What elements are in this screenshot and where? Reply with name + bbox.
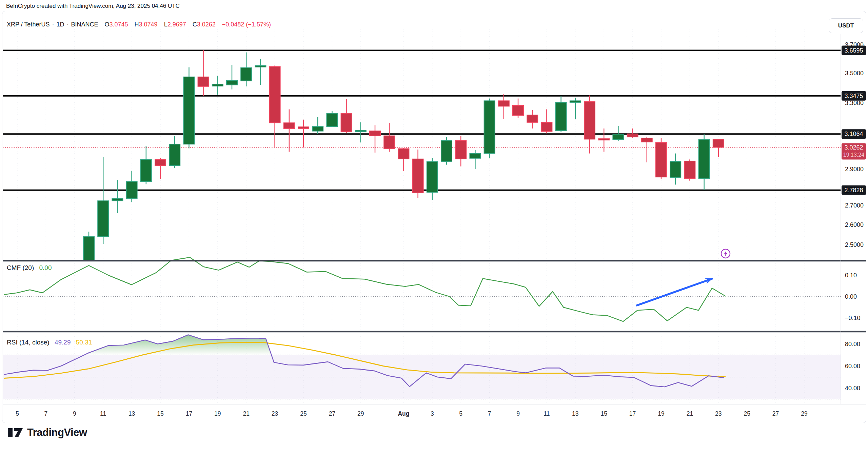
svg-text:3: 3 [431, 410, 434, 417]
candle-jul-18 [198, 77, 209, 86]
candle-aug-5 [455, 140, 466, 159]
candle-aug-2 [413, 159, 423, 193]
candle-jul-23 [270, 66, 280, 123]
candle-aug-15 [598, 139, 609, 140]
price-badge-3.1064: 3.1064 [842, 129, 866, 139]
svg-text:Aug: Aug [398, 410, 409, 417]
high-key: H [135, 21, 139, 28]
cmf-label[interactable]: CMF (20) [7, 264, 34, 271]
candle-jul-13 [126, 181, 137, 198]
candle-aug-7 [484, 101, 495, 153]
chart-canvas[interactable]: 3.70003.50003.30002.90002.70002.60002.50… [0, 0, 868, 455]
candle-jul-30 [370, 131, 380, 136]
svg-text:23: 23 [715, 410, 722, 417]
candle-aug-3 [427, 162, 438, 192]
candle-jul-10 [83, 237, 94, 260]
time-axis[interactable]: 57911131517192123252729Aug35791113151719… [16, 410, 808, 417]
candle-aug-21 [684, 161, 695, 178]
separator: · [66, 21, 68, 28]
close-value: 3.0262 [197, 21, 216, 28]
svg-text:11: 11 [544, 410, 550, 417]
candle-aug-12 [556, 102, 567, 131]
change-value: −0.0482 (−1.57%) [222, 21, 271, 28]
currency-toggle[interactable]: USDT [829, 18, 863, 33]
lightning-icon[interactable] [721, 249, 730, 258]
cmf-value: 0.00 [39, 264, 52, 271]
candle-aug-17 [627, 134, 638, 137]
cmf-legend: CMF (20) 0.00 [7, 264, 52, 272]
candle-aug-22 [699, 140, 710, 179]
svg-text:19:13:24: 19:13:24 [843, 152, 864, 158]
price-badge-3.6595: 3.6595 [842, 46, 866, 55]
candle-aug-1 [398, 149, 409, 159]
candle-jul-27 [327, 113, 337, 126]
svg-text:0.00: 0.00 [845, 293, 857, 300]
price-badge-3.3475: 3.3475 [842, 91, 866, 101]
svg-text:15: 15 [157, 410, 163, 417]
candle-jul-12 [112, 199, 123, 201]
svg-text:15: 15 [600, 410, 607, 417]
close-key: C [193, 21, 197, 28]
tradingview-logo[interactable]: TradingView [7, 427, 87, 439]
svg-text:3.1064: 3.1064 [844, 131, 863, 137]
symbol-legend: XRP / TetherUS·1D·BINANCE O3.0745 H3.074… [7, 21, 271, 28]
candle-jul-26 [312, 126, 323, 131]
candle-jul-15 [155, 159, 166, 165]
attribution-header: BeInCrypto created with TradingView.com,… [6, 3, 180, 9]
candle-jul-22 [255, 65, 266, 67]
svg-text:17: 17 [186, 410, 192, 417]
candle-jul-14 [141, 159, 152, 181]
candle-aug-4 [441, 140, 452, 162]
rsi-pane [3, 335, 841, 399]
svg-text:3.6595: 3.6595 [844, 47, 863, 54]
candle-jul-20 [226, 80, 237, 85]
cmf-line [4, 257, 726, 321]
candle-jul-11 [98, 201, 108, 237]
svg-text:2.7000: 2.7000 [845, 202, 864, 209]
svg-text:25: 25 [300, 410, 307, 417]
tradingview-wordmark: TradingView [27, 427, 87, 439]
candle-aug-23 [713, 139, 724, 147]
svg-text:80.00: 80.00 [845, 341, 860, 348]
svg-text:27: 27 [772, 410, 779, 417]
candle-jul-19 [212, 84, 223, 86]
low-value: 2.9697 [167, 21, 186, 28]
svg-text:9: 9 [516, 410, 520, 417]
open-key: O [104, 21, 109, 28]
tradingview-chart-page: BeInCrypto created with TradingView.com,… [0, 0, 868, 455]
rsi-ma-value: 50.31 [76, 339, 92, 346]
svg-text:5: 5 [16, 410, 19, 417]
candle-jul-28 [341, 113, 352, 132]
symbol-name[interactable]: XRP / TetherUS [7, 21, 50, 28]
svg-text:40.00: 40.00 [845, 385, 860, 392]
price-badge-2.7828: 2.7828 [842, 185, 866, 195]
svg-text:29: 29 [357, 410, 364, 417]
trend-arrow-annotation[interactable] [637, 276, 714, 305]
svg-text:3.5000: 3.5000 [845, 70, 864, 77]
svg-text:21: 21 [687, 410, 693, 417]
svg-text:2.7828: 2.7828 [844, 187, 863, 194]
separator: · [52, 21, 54, 28]
candle-aug-13 [570, 101, 581, 102]
rsi-label[interactable]: RSI (14, close) [7, 339, 50, 346]
candle-aug-14 [584, 102, 595, 139]
rsi-value: 49.29 [55, 339, 71, 346]
svg-text:13: 13 [572, 410, 578, 417]
candle-aug-11 [541, 122, 552, 132]
svg-text:2.5000: 2.5000 [845, 241, 864, 248]
svg-text:5: 5 [459, 410, 462, 417]
svg-text:27: 27 [329, 410, 335, 417]
candle-jul-21 [241, 68, 252, 81]
last-price-badge: 3.026219:13:24 [842, 143, 866, 160]
candle-aug-9 [513, 105, 524, 115]
svg-text:29: 29 [801, 410, 807, 417]
svg-text:60.00: 60.00 [845, 363, 860, 370]
interval-label[interactable]: 1D [56, 21, 64, 28]
low-key: L [164, 21, 167, 28]
svg-text:7: 7 [488, 410, 491, 417]
candle-aug-16 [613, 134, 624, 140]
svg-text:13: 13 [129, 410, 135, 417]
svg-text:−0.10: −0.10 [845, 315, 861, 321]
svg-text:19: 19 [214, 410, 221, 417]
candle-aug-10 [527, 115, 538, 122]
